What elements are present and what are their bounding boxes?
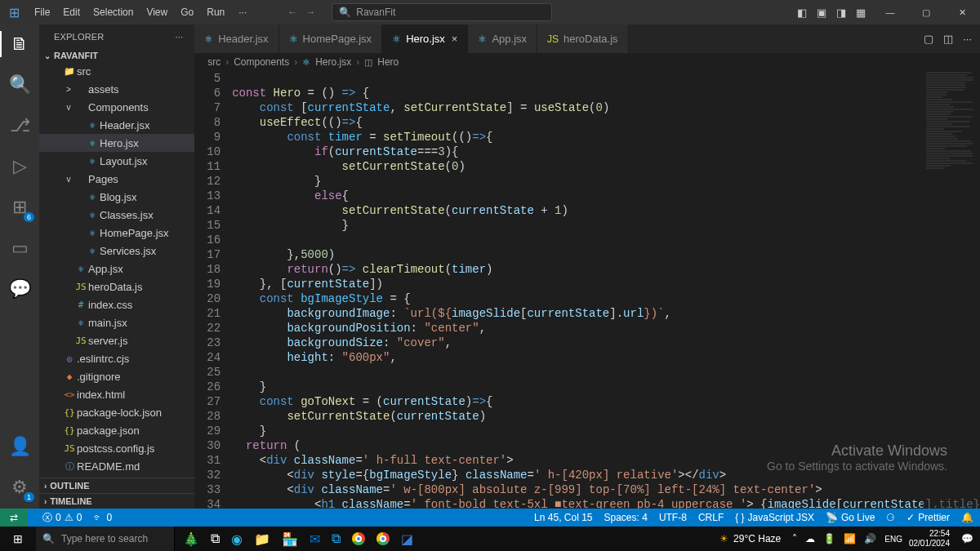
tree-item[interactable]: ⚛Hero.jsx bbox=[39, 134, 194, 152]
toggle-primary-sidebar-icon[interactable]: ◧ bbox=[797, 7, 807, 19]
start-button[interactable]: ⊞ bbox=[0, 532, 36, 545]
tree-item[interactable]: vComponents bbox=[39, 98, 194, 116]
tab-more-icon[interactable]: ··· bbox=[963, 33, 972, 45]
tab-close-icon[interactable]: × bbox=[452, 33, 458, 45]
extensions-icon[interactable]: ⊞6 bbox=[0, 194, 39, 220]
tree-item[interactable]: {}package.json bbox=[39, 421, 194, 439]
breadcrumb-item[interactable]: src bbox=[207, 56, 220, 68]
tree-item[interactable]: ◎.eslintrc.cjs bbox=[39, 349, 194, 367]
breadcrumb-item[interactable]: Components bbox=[234, 56, 289, 68]
explorer-more-icon[interactable]: ··· bbox=[175, 32, 183, 42]
menu-edit[interactable]: Edit bbox=[57, 3, 86, 21]
tree-item[interactable]: ⚛Layout.jsx bbox=[39, 152, 194, 170]
notifications-icon[interactable]: 🔔 bbox=[961, 512, 973, 523]
device-icon[interactable]: ▭ bbox=[0, 235, 39, 261]
menu-selection[interactable]: Selection bbox=[87, 3, 139, 21]
editor-tab[interactable]: ⚛HomePage.jsx bbox=[279, 24, 383, 53]
tree-item[interactable]: ⚛Blog.jsx bbox=[39, 188, 194, 206]
edge-icon[interactable]: ◉ bbox=[231, 531, 243, 547]
settings-icon[interactable]: ⚙1 bbox=[0, 474, 39, 500]
weather-widget[interactable]: ☀ 29°C Haze bbox=[719, 533, 781, 544]
toggle-secondary-sidebar-icon[interactable]: ◨ bbox=[836, 7, 846, 19]
language-mode[interactable]: { } JavaScript JSX bbox=[735, 512, 814, 523]
accounts-icon[interactable]: 👤 bbox=[0, 433, 39, 460]
tree-item[interactable]: {}package-lock.json bbox=[39, 403, 194, 421]
project-root[interactable]: ⌄ RAVANFIT bbox=[39, 49, 194, 62]
tree-item[interactable]: ◆.gitignore bbox=[39, 367, 194, 385]
menu-file[interactable]: File bbox=[29, 3, 56, 21]
problems-status[interactable]: ⓧ0 ⚠0 bbox=[42, 511, 82, 525]
menu-run[interactable]: Run bbox=[201, 3, 230, 21]
tree-item[interactable]: ⚛Classes.jsx bbox=[39, 206, 194, 224]
maximize-button[interactable]: ▢ bbox=[908, 0, 944, 24]
tree-item[interactable]: ⚛HomePage.jsx bbox=[39, 224, 194, 242]
menu-overflow[interactable]: ··· bbox=[230, 3, 255, 21]
tree-item[interactable]: ⚛App.jsx bbox=[39, 260, 194, 278]
task-view-icon[interactable]: ⧉ bbox=[211, 531, 220, 546]
code-content[interactable]: const Hero = () => { const [currentState… bbox=[232, 71, 980, 509]
go-live-button[interactable]: 📡 Go Live bbox=[826, 512, 875, 523]
editor-tab[interactable]: ⚛Hero.jsx× bbox=[382, 24, 468, 53]
file-explorer-icon[interactable]: 📁 bbox=[254, 531, 270, 547]
run-debug-icon[interactable]: ▷ bbox=[0, 153, 39, 180]
tree-item[interactable]: ⓘREADME.md bbox=[39, 457, 194, 475]
open-editors-icon[interactable]: ▢ bbox=[924, 33, 933, 45]
remote-indicator[interactable]: ⇄ bbox=[0, 509, 28, 527]
wifi-icon[interactable]: 📶 bbox=[844, 533, 856, 544]
source-control-icon[interactable]: ⎇ bbox=[0, 113, 39, 139]
onedrive-icon[interactable]: ☁ bbox=[805, 533, 815, 544]
editor-tab[interactable]: ⚛Header.jsx bbox=[194, 24, 278, 53]
indentation-status[interactable]: Spaces: 4 bbox=[604, 512, 648, 523]
split-editor-icon[interactable]: ◫ bbox=[943, 33, 953, 45]
tree-item[interactable]: >assets bbox=[39, 80, 194, 98]
tree-item[interactable]: JSpostcss.config.js bbox=[39, 439, 194, 457]
command-center[interactable]: 🔍 RavanFit bbox=[332, 3, 552, 21]
tree-item[interactable]: JSheroData.js bbox=[39, 278, 194, 295]
ports-status[interactable]: ᯤ0 bbox=[93, 512, 112, 523]
language-indicator[interactable]: ENG bbox=[884, 535, 902, 544]
battery-icon[interactable]: 🔋 bbox=[823, 533, 835, 544]
editor-tab[interactable]: JSheroData.js bbox=[537, 24, 629, 53]
tray-chevron-icon[interactable]: ˄ bbox=[792, 533, 797, 544]
chrome-icon[interactable] bbox=[352, 532, 365, 545]
taskbar-search[interactable]: 🔍 Type here to search bbox=[36, 527, 175, 551]
encoding-status[interactable]: UTF-8 bbox=[659, 512, 687, 523]
feedback-icon[interactable]: ⚆ bbox=[886, 512, 895, 523]
editor-tab[interactable]: ⚛App.jsx bbox=[468, 24, 537, 53]
close-button[interactable]: ✕ bbox=[944, 0, 980, 24]
breadcrumb-item[interactable]: Hero bbox=[377, 56, 399, 68]
taskbar-clock[interactable]: 22:54 02/01/2024 bbox=[909, 529, 950, 549]
breadcrumb-item[interactable]: Hero.jsx bbox=[315, 56, 351, 68]
search-activity-icon[interactable]: 🔍 bbox=[0, 72, 39, 98]
tree-item[interactable]: <>index.html bbox=[39, 385, 194, 403]
minimap[interactable] bbox=[923, 71, 980, 509]
minimize-button[interactable]: — bbox=[872, 0, 908, 24]
chrome-canary-icon[interactable] bbox=[376, 532, 390, 545]
volume-icon[interactable]: 🔊 bbox=[864, 533, 876, 544]
timeline-section[interactable]: ›TIMELINE bbox=[39, 493, 194, 509]
app-icon[interactable]: ◪ bbox=[401, 531, 413, 547]
chat-icon[interactable]: 💬 bbox=[0, 276, 39, 302]
tree-item[interactable]: ⚛main.jsx bbox=[39, 313, 194, 331]
outline-section[interactable]: ›OUTLINE bbox=[39, 478, 194, 493]
eol-status[interactable]: CRLF bbox=[698, 512, 724, 523]
nav-forward-icon[interactable]: → bbox=[305, 7, 315, 18]
cursor-position[interactable]: Ln 45, Col 15 bbox=[534, 512, 592, 523]
tree-item[interactable]: ⚛Services.jsx bbox=[39, 242, 194, 260]
explorer-icon[interactable]: 🗎 bbox=[0, 31, 39, 57]
tree-item[interactable]: 📁src bbox=[39, 62, 194, 80]
tree-item[interactable]: #index.css bbox=[39, 295, 194, 313]
cortana-icon[interactable]: 🎄 bbox=[183, 531, 199, 547]
tree-item[interactable]: vPages bbox=[39, 170, 194, 188]
mail-icon[interactable]: ✉ bbox=[310, 531, 320, 547]
customize-layout-icon[interactable]: ▦ bbox=[856, 7, 866, 19]
menu-view[interactable]: View bbox=[140, 3, 173, 21]
vscode-taskbar-icon[interactable]: ⧉ bbox=[332, 531, 341, 546]
prettier-status[interactable]: ✓ Prettier bbox=[906, 512, 950, 523]
tree-item[interactable]: JSserver.js bbox=[39, 331, 194, 349]
code-editor[interactable]: 5678910111213141516171819202122232425262… bbox=[194, 71, 980, 509]
toggle-panel-icon[interactable]: ▣ bbox=[817, 7, 826, 19]
store-icon[interactable]: 🏪 bbox=[282, 531, 298, 547]
action-center-icon[interactable]: 💬 bbox=[955, 533, 980, 544]
breadcrumb[interactable]: src›Components›⚛Hero.jsx›◫Hero bbox=[194, 53, 980, 71]
